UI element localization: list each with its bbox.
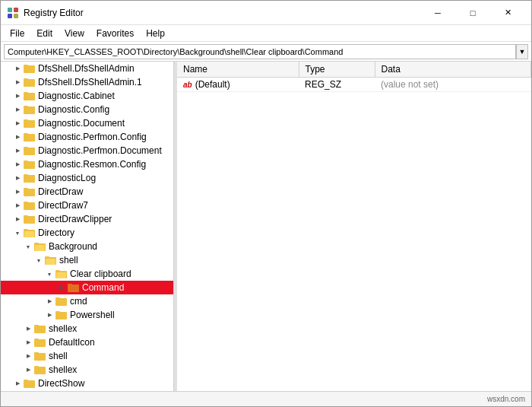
- expand-icon-shellex2[interactable]: ▶: [22, 364, 34, 376]
- svg-rect-2: [8, 14, 12, 18]
- expand-icon-defaulticon[interactable]: ▶: [22, 336, 34, 348]
- tree-item-shell[interactable]: ▼ shell: [1, 253, 173, 267]
- tree-item-label-diagnosticlog: DiagnosticLog: [38, 173, 96, 183]
- menu-item-help[interactable]: Help: [140, 27, 171, 40]
- tree-item-diagnostic_cabinet[interactable]: ▶ Diagnostic.Cabinet: [1, 89, 173, 103]
- tree-item-label-shellex: shellex: [49, 323, 77, 334]
- maximize-button[interactable]: □: [455, 1, 490, 25]
- folder-icon-powershell: [55, 310, 68, 320]
- tree-item-diagnosticlog[interactable]: ▶ DiagnosticLog: [1, 171, 173, 185]
- expand-icon-diagnostic_config[interactable]: ▶: [11, 103, 24, 116]
- folder-icon-directdrawclipper: [24, 214, 36, 224]
- tree-item-background[interactable]: ▼ Background: [1, 240, 173, 253]
- tree-item-diagnostic_perfmon_document[interactable]: ▶ Diagnostic.Perfmon.Document: [1, 144, 173, 157]
- tree-item-label-diagnostic_perfmon_config: Diagnostic.Perfmon.Config: [38, 132, 147, 142]
- col-data: Data: [375, 62, 531, 78]
- tree-item-directdraw[interactable]: ▶ DirectDraw: [1, 185, 173, 199]
- tree-item-powershell[interactable]: ▶ Powershell: [1, 308, 173, 322]
- expand-icon-diagnosticlog[interactable]: ▶: [11, 172, 24, 184]
- expand-icon-directdraw[interactable]: ▶: [11, 186, 24, 198]
- tree-pane[interactable]: ▶ DfsShell.DfsShellAdmin▶ DfsShell.DfsSh…: [1, 62, 174, 391]
- expand-icon-clear_clipboard[interactable]: ▼: [43, 268, 55, 280]
- tree-item-directory[interactable]: ▼ Directory: [1, 226, 173, 240]
- tree-item-directxfile[interactable]: ▶ DirectXFile: [1, 390, 173, 391]
- tree-item-directshow[interactable]: ▶ DirectShow: [1, 377, 173, 390]
- title-bar-left: Registry Editor: [7, 7, 84, 19]
- main-content: ▶ DfsShell.DfsShellAdmin▶ DfsShell.DfsSh…: [1, 62, 531, 391]
- tree-item-dfsshell_admin[interactable]: ▶ DfsShell.DfsShellAdmin: [1, 62, 173, 75]
- expand-icon-directshow[interactable]: ▶: [11, 377, 24, 390]
- folder-icon-diagnostic_document: [24, 118, 36, 129]
- tree-item-label-directdraw7: DirectDraw7: [38, 200, 88, 211]
- expand-icon-diagnostic_cabinet[interactable]: ▶: [11, 90, 24, 102]
- registry-values-table: Name Type Data ab(Default)REG_SZ(value n…: [177, 62, 531, 92]
- expand-icon-shell2[interactable]: ▶: [22, 350, 34, 362]
- expand-icon-directory[interactable]: ▼: [11, 227, 24, 239]
- address-input[interactable]: [4, 44, 516, 59]
- tree-item-diagnostic_config[interactable]: ▶ Diagnostic.Config: [1, 103, 173, 116]
- expand-icon-dfsshell_admin[interactable]: ▶: [11, 62, 24, 75]
- tree-item-dfsshell_admin1[interactable]: ▶ DfsShell.DfsShellAdmin.1: [1, 75, 173, 89]
- expand-icon-diagnostic_resmon_config[interactable]: ▶: [11, 158, 24, 170]
- expand-icon-cmd[interactable]: ▶: [43, 295, 55, 307]
- folder-icon-diagnostic_perfmon_config: [24, 132, 36, 142]
- detail-table: Name Type Data ab(Default)REG_SZ(value n…: [177, 62, 531, 391]
- folder-icon-directdraw7: [24, 200, 36, 211]
- tree-item-label-dfsshell_admin1: DfsShell.DfsShellAdmin.1: [38, 77, 142, 87]
- registry-editor-window: Registry Editor ─ □ ✕ FileEditViewFavori…: [0, 0, 532, 407]
- expand-icon-background[interactable]: ▼: [22, 240, 34, 253]
- svg-rect-25: [24, 202, 28, 204]
- tree-item-label-diagnostic_perfmon_document: Diagnostic.Perfmon.Document: [38, 145, 162, 156]
- svg-rect-1: [14, 8, 18, 12]
- minimize-button[interactable]: ─: [420, 1, 455, 25]
- menu-item-view[interactable]: View: [59, 27, 90, 40]
- folder-icon-diagnosticlog: [24, 173, 36, 183]
- menu-item-edit[interactable]: Edit: [30, 27, 59, 40]
- tree-item-diagnostic_document[interactable]: ▶ Diagnostic.Document: [1, 116, 173, 130]
- expand-icon-diagnostic_perfmon_document[interactable]: ▶: [11, 145, 24, 157]
- folder-icon-cmd: [55, 296, 68, 307]
- tree-item-label-diagnostic_config: Diagnostic.Config: [38, 104, 109, 115]
- svg-rect-53: [34, 366, 39, 368]
- close-button[interactable]: ✕: [490, 1, 525, 25]
- folder-icon-background: [34, 241, 46, 252]
- svg-rect-5: [24, 65, 28, 67]
- menu-item-favorites[interactable]: Favorites: [90, 27, 140, 40]
- tree-item-defaulticon[interactable]: ▶ DefaultIcon: [1, 335, 173, 349]
- folder-icon-directdraw: [24, 186, 36, 197]
- menu-item-file[interactable]: File: [4, 27, 30, 40]
- tree-item-clear_clipboard[interactable]: ▼ Clear clipboard: [1, 267, 173, 281]
- expand-icon-directdraw7[interactable]: ▶: [11, 199, 24, 211]
- expand-icon-dfsshell_admin1[interactable]: ▶: [11, 76, 24, 88]
- col-type: Type: [299, 62, 375, 78]
- folder-icon-diagnostic_perfmon_document: [24, 145, 36, 156]
- tree-item-diagnostic_resmon_config[interactable]: ▶ Diagnostic.Resmon.Config: [1, 157, 173, 171]
- tree-item-command[interactable]: ▶ Command: [1, 281, 173, 294]
- tree-item-shell2[interactable]: ▶ shell: [1, 349, 173, 363]
- address-scroll-button[interactable]: ▼: [516, 44, 528, 59]
- tree-item-diagnostic_perfmon_config[interactable]: ▶ Diagnostic.Perfmon.Config: [1, 130, 173, 144]
- tree-item-label-cmd: cmd: [70, 296, 87, 307]
- tree-item-cmd[interactable]: ▶ cmd: [1, 294, 173, 308]
- tree-item-shellex2[interactable]: ▶ shellex: [1, 363, 173, 377]
- expand-icon-shell[interactable]: ▼: [33, 254, 45, 266]
- folder-icon-shell: [45, 255, 57, 266]
- svg-rect-33: [35, 245, 45, 251]
- table-row[interactable]: ab(Default)REG_SZ(value not set): [177, 78, 531, 92]
- expand-icon-diagnostic_perfmon_config[interactable]: ▶: [11, 131, 24, 143]
- expand-icon-powershell[interactable]: ▶: [43, 309, 55, 321]
- window-title: Registry Editor: [24, 8, 84, 18]
- tree-item-shellex[interactable]: ▶ shellex: [1, 322, 173, 335]
- expand-icon-directdrawclipper[interactable]: ▶: [11, 213, 24, 225]
- col-name: Name: [177, 62, 299, 78]
- tree-item-directdraw7[interactable]: ▶ DirectDraw7: [1, 199, 173, 212]
- expand-icon-shellex[interactable]: ▶: [22, 323, 34, 335]
- table-body: ab(Default)REG_SZ(value not set): [177, 78, 531, 92]
- svg-rect-35: [45, 256, 49, 259]
- tree-item-directdrawclipper[interactable]: ▶ DirectDrawClipper: [1, 212, 173, 226]
- window-controls: ─ □ ✕: [420, 1, 525, 25]
- cell-name: ab(Default): [177, 78, 299, 92]
- expand-icon-diagnostic_document[interactable]: ▶: [11, 117, 24, 129]
- tree-item-label-command: Command: [82, 282, 124, 293]
- expand-icon-command[interactable]: ▶: [55, 281, 68, 294]
